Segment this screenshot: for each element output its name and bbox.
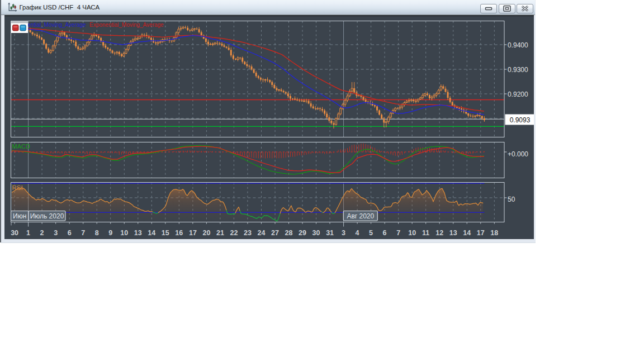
svg-text:9: 9 [108,229,112,237]
svg-text:1: 1 [26,229,30,237]
svg-text:4: 4 [356,229,359,237]
svg-text:14: 14 [463,229,471,237]
svg-text:22: 22 [230,229,238,237]
svg-text:30: 30 [312,229,320,237]
svg-text:24: 24 [258,229,266,237]
svg-text:7: 7 [81,229,85,237]
svg-text:+0.000: +0.000 [508,150,528,158]
svg-text:RSI: RSI [12,184,23,191]
svg-text:Авг 2020: Авг 2020 [347,212,374,220]
svg-text:0.9093: 0.9093 [510,116,531,124]
svg-text:12: 12 [435,229,443,237]
svg-text:MACD: MACD [12,143,30,150]
svg-text:Июн: Июн [13,212,26,220]
svg-text:6: 6 [383,229,387,237]
svg-text:Exponential_Moving_Average: Exponential_Moving_Average [89,22,164,28]
svg-text:23: 23 [244,229,252,237]
svg-text:21: 21 [216,229,224,237]
svg-text:0.9300: 0.9300 [508,66,528,74]
svg-text:7: 7 [396,229,400,237]
svg-text:14: 14 [148,229,155,237]
svg-text:31: 31 [326,229,334,237]
svg-text:13: 13 [449,229,457,237]
svg-text:8: 8 [95,229,99,237]
svg-text:50: 50 [508,196,515,203]
svg-text:0.9200: 0.9200 [508,90,528,98]
svg-text:17: 17 [189,229,197,237]
svg-text:2: 2 [40,229,44,237]
svg-text:3: 3 [342,229,345,237]
svg-text:30: 30 [11,229,18,237]
svg-text:17: 17 [477,229,485,237]
svg-text:15: 15 [162,229,169,237]
svg-text:10: 10 [120,229,128,237]
svg-text:0.9400: 0.9400 [508,41,528,49]
svg-text:28: 28 [285,229,293,237]
svg-text:11: 11 [422,229,429,237]
svg-text:16: 16 [175,229,183,237]
svg-text:18: 18 [490,229,498,237]
svg-text:27: 27 [271,229,279,237]
svg-text:3: 3 [54,229,58,237]
svg-text:29: 29 [299,229,306,237]
svg-text:Июль 2020: Июль 2020 [30,212,64,220]
svg-text:5: 5 [369,229,373,237]
svg-text:20: 20 [202,229,210,237]
svg-text:10: 10 [408,229,416,237]
svg-text:6: 6 [68,229,72,237]
svg-text:13: 13 [134,229,142,237]
